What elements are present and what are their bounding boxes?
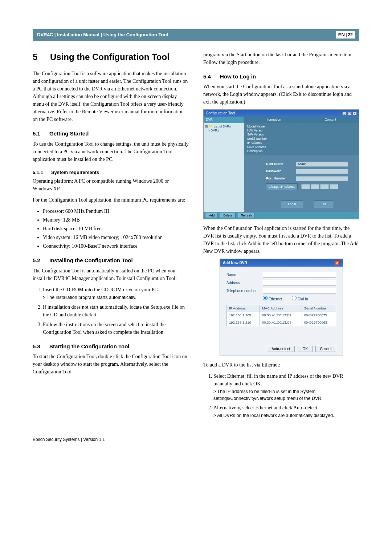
section-5-heading: Using the Configuration Tool [50,51,170,64]
dvr-tree-panel: DVR ⊟ 📁 List of DVRs └ DVR1 [204,117,244,212]
connection-type: Ethernet Dial In [226,296,336,302]
req-item: Connectivity: 10/100-BaseT network inter… [43,242,189,250]
table-row[interactable]: 192.168.1.210 00:30:A1:C0:13:C8 00402770… [227,319,336,326]
password-label: Password [266,169,292,174]
right-column: program via the Start button on the task… [203,51,359,423]
col-ip: IP Address [227,305,260,312]
maximize-icon[interactable]: □ [347,112,352,115]
detected-dvr-table: IP Address MAC Address Serial Number 192… [226,305,336,326]
s53-paragraph: To start the Configuration Tool, double … [33,353,189,376]
header-section: Using the Configuration Tool [103,32,168,37]
section-5-2-title: 5.2 Installing the Configuration Tool [33,256,189,265]
requirements-list: Processor: 600 MHz Pentium III Memory: 1… [33,207,189,250]
address-input[interactable] [263,280,336,285]
telephone-label: Telephone number [226,288,263,293]
refresh-button[interactable]: Refresh [238,213,255,218]
address-label: Address [226,280,263,285]
cancel-button[interactable]: Cancel [315,346,336,352]
header-left: DVR4C | Installation Manual | Using the … [37,31,168,39]
tree-toolbar: Add Delete Refresh [204,212,359,219]
header-product: DVR4C [37,32,53,37]
dvr-tree[interactable]: ⊟ 📁 List of DVRs └ DVR1 [204,123,244,135]
s511-p1: Operating platform: A PC or compatible r… [33,177,189,193]
s54-p3: To add a DVR to the list via Ethernet: [203,361,359,369]
port-label: Port Number [266,176,292,181]
section-5-1-1-title: 5.1.1 System requirements [33,169,189,176]
col-mac: MAC Address [260,305,302,312]
username-input[interactable] [296,162,348,167]
ok-button[interactable]: OK [298,346,312,352]
footer-rule [33,433,359,433]
s52-paragraph: The Configuration Tool is automatically … [33,267,189,282]
section-5-1-paragraph: To use the Configuration Tool to change … [33,140,189,163]
change-ip-button[interactable]: Change IP Address [266,183,298,190]
info-list: Model Name H/W Version S/W Version Seria… [244,123,359,155]
s54-p2: When the Configuration Tool application … [203,224,359,255]
ip-seg-input[interactable] [301,184,310,189]
tree-header: DVR [204,117,244,123]
login-right-panel: Information Content Model Name H/W Versi… [244,117,359,212]
header-manual: Installation Manual [57,32,99,37]
login-window-title: Configuration Tool [206,110,235,116]
add-button[interactable]: Add [206,213,218,218]
install-step: Insert the CD-ROM into the CD-ROM drive … [43,286,189,301]
ethernet-radio[interactable]: Ethernet [263,297,282,301]
section-5-3-title: 5.3 Starting the Configuration Tool [33,343,189,351]
header-right: EN | 22 [336,31,355,39]
close-icon[interactable]: × [335,260,340,265]
delete-button[interactable]: Delete [220,213,236,218]
ip-seg-input[interactable] [320,184,329,189]
ip-seg-input[interactable] [330,184,338,189]
col-serial: Serial Number [302,305,336,312]
req-item: Video system: 16 MB video memory; 1024x7… [43,234,189,241]
req-item: Hard disk space: 10 MB free [43,225,189,232]
page-header: DVR4C | Installation Manual | Using the … [33,29,359,41]
telephone-input[interactable] [263,288,336,293]
window-buttons: _ □ × [342,112,357,115]
step-note: > All DVRs on the local network are auto… [213,412,359,419]
col-content: Content [302,117,359,123]
s54-p1: When you start the Configuration Tool as… [203,83,359,106]
add-dvr-screenshot: Add New DVR × Name Address Telephone num… [220,259,343,356]
login-window-titlebar: Configuration Tool _ □ × [204,110,359,117]
install-step: If installation does not start automatic… [43,303,189,319]
header-page: 22 [348,31,353,39]
add-step: Alternatively, select Ethernet and click… [213,404,359,419]
add-step: Select Ethernet, fill in the name and IP… [213,372,359,402]
install-steps: Insert the CD-ROM into the CD-ROM drive … [33,286,189,336]
section-5-1-title: 5.1 Getting Started [33,130,189,138]
intro-paragraph: The Configuration Tool is a software app… [33,70,189,123]
page-footer: Bosch Security Systems | Version 1.1 [33,436,359,443]
step-note: > The installation program starts automa… [43,294,189,301]
login-form: User Name Password Port Number Chan [244,155,359,212]
install-step: Follow the instructions on the screen an… [43,321,189,336]
ip-address-fields [301,184,338,189]
name-label: Name [226,272,263,278]
req-item: Processor: 600 MHz Pentium III [43,207,189,215]
username-label: User Name [266,162,292,167]
name-input[interactable] [263,272,336,278]
login-screenshot: Configuration Tool _ □ × DVR ⊟ 📁 List of… [203,109,359,219]
header-lang: EN [338,31,345,39]
section-5-number: 5 [33,51,43,64]
exit-button[interactable]: Exit [314,200,333,208]
add-dvr-title: Add New DVR [223,260,247,266]
add-dvr-titlebar: Add New DVR × [220,259,343,267]
port-input[interactable] [296,176,348,181]
auto-detect-button[interactable]: Auto-detect [267,346,295,352]
s53-cont: program via the Start button on the task… [203,51,359,66]
ip-seg-input[interactable] [311,184,319,189]
left-column: 5 Using the Configuration Tool The Confi… [33,51,189,423]
info-columns: Information Content [244,117,359,123]
add-dvr-steps: Select Ethernet, fill in the name and IP… [203,372,359,419]
close-icon[interactable]: × [352,112,357,115]
minimize-icon[interactable]: _ [342,112,347,115]
req-item: Memory: 128 MB [43,216,189,224]
s511-p2: For the Configuration Tool application, … [33,196,189,204]
col-information: Information [244,117,302,123]
table-row[interactable]: 192.168.1.205 00:30:A1:C0:13:D2 00402770… [227,312,336,319]
login-button[interactable]: Login [281,200,303,208]
dialin-radio[interactable]: Dial In [292,297,308,301]
section-5-4-title: 5.4 How to Log in [203,73,359,81]
password-input[interactable] [296,169,348,174]
